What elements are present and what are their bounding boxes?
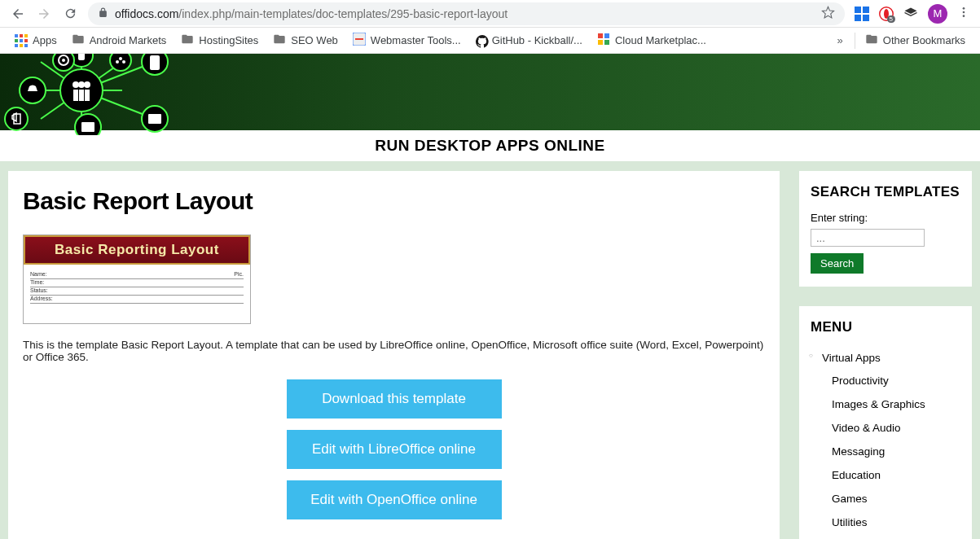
svg-point-36 [84,81,90,88]
search-button[interactable]: Search [811,253,864,274]
webmaster-icon [353,33,366,48]
svg-point-6 [963,7,965,10]
folder-icon [865,33,878,48]
menu-title: MENU [811,319,960,335]
download-template-button[interactable]: Download this template [287,379,502,418]
svg-rect-48 [81,122,94,132]
address-bar[interactable]: offidocs.com/index.php/main-templates/do… [88,2,845,25]
description-text: This is the template Basic Report Layout… [23,339,765,363]
svg-rect-14 [604,40,609,45]
bookmark-item[interactable]: Webmaster Tools... [348,29,466,51]
svg-point-34 [73,81,79,88]
bookmark-apps[interactable]: Apps [10,31,62,50]
extension-icons: 5 M [855,4,970,24]
menu-item-messaging[interactable]: Messaging [822,440,960,463]
svg-rect-11 [598,33,603,38]
search-input[interactable] [811,229,925,247]
main-content: Basic Report Layout Basic Reporting Layo… [8,171,780,539]
bookmarks-bar: Apps Android Markets HostingSites SEO We… [0,28,980,54]
menu-item-video[interactable]: Video & Audio [822,416,960,440]
page-title: Basic Report Layout [23,187,765,215]
folder-icon [181,33,194,48]
menu-top-item[interactable]: Virtual Apps Productivity Images & Graph… [811,347,960,539]
edit-openoffice-button[interactable]: Edit with OpenOffice online [287,480,502,519]
github-icon [476,35,487,46]
extension-icon-1[interactable] [855,7,869,21]
svg-rect-40 [78,54,85,60]
svg-rect-37 [73,90,78,101]
svg-rect-10 [355,38,363,40]
menu-item-education[interactable]: Education [822,463,960,487]
extension-icon-3[interactable] [903,7,918,21]
svg-rect-39 [85,90,90,101]
back-button[interactable] [10,6,26,22]
svg-point-43 [119,57,122,60]
template-preview: Basic Reporting Layout Name:Pic. Time: S… [23,234,251,324]
menu-box: MENU Virtual Apps Productivity Images & … [799,306,972,539]
svg-rect-0 [855,7,861,13]
hero-banner [0,54,980,130]
svg-rect-46 [150,55,160,70]
search-title: SEARCH TEMPLATES [811,184,960,200]
menu-item-games[interactable]: Games [822,487,960,511]
lock-icon [98,7,108,20]
svg-rect-3 [863,15,869,21]
folder-icon [273,33,286,48]
url-text: offidocs.com/index.php/main-templates/do… [115,7,815,20]
menu-dots-icon[interactable] [957,6,970,22]
svg-point-45 [122,60,125,64]
folder-icon [72,33,85,48]
badge-count: 5 [887,15,895,23]
forward-button[interactable] [36,6,52,22]
svg-point-29 [110,54,131,71]
svg-point-44 [116,60,119,64]
svg-rect-38 [79,90,84,101]
menu-item-productivity[interactable]: Productivity [822,369,960,392]
preview-title: Basic Reporting Layout [24,235,250,265]
reload-button[interactable] [62,6,78,22]
profile-avatar[interactable]: M [928,4,947,24]
svg-point-28 [53,54,74,71]
bookmark-folder[interactable]: Android Markets [67,29,172,51]
search-label: Enter string: [811,212,960,224]
bookmark-overflow-icon[interactable]: » [831,34,850,46]
svg-point-35 [78,81,85,88]
search-templates-box: SEARCH TEMPLATES Enter string: Search [799,171,972,287]
svg-rect-13 [598,40,603,45]
bookmark-folder[interactable]: SEO Web [268,29,343,51]
bookmark-item[interactable]: Cloud Marketplac... [592,29,711,51]
bookmark-folder[interactable]: HostingSites [176,29,263,51]
edit-libreoffice-button[interactable]: Edit with LibreOffice online [287,430,502,469]
svg-rect-47 [148,114,161,124]
cloud-icon [597,33,610,48]
apps-icon [15,34,28,47]
page-viewport[interactable]: RUN DESKTOP APPS ONLINE Basic Report Lay… [0,54,980,539]
svg-point-42 [62,59,65,62]
opera-extension-icon[interactable]: 5 [879,7,894,21]
svg-rect-12 [604,33,609,38]
svg-point-8 [963,15,965,17]
bookmark-item[interactable]: GitHub - Kickball/... [471,31,587,50]
svg-rect-1 [863,7,869,13]
bookmark-star-icon[interactable] [821,6,835,22]
other-bookmarks[interactable]: Other Bookmarks [860,29,970,51]
svg-rect-2 [855,15,861,21]
menu-item-utilities[interactable]: Utilities [822,511,960,534]
svg-point-7 [963,11,965,13]
menu-item-images[interactable]: Images & Graphics [822,392,960,416]
browser-toolbar: offidocs.com/index.php/main-templates/do… [0,0,980,28]
